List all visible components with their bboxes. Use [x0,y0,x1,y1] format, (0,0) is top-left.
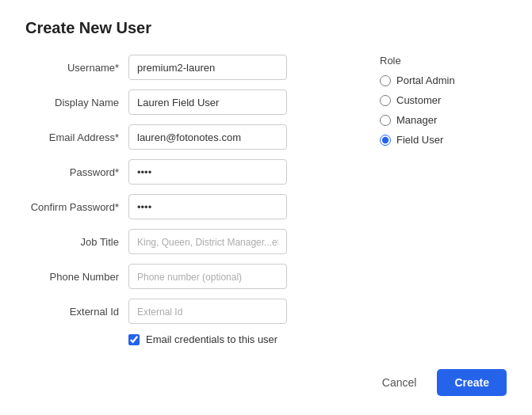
email-row: Email Address* [25,124,348,150]
phone-label: Phone Number [25,271,128,283]
password-label: Password* [25,166,128,178]
cancel-button[interactable]: Cancel [371,370,428,395]
role-option-customer-label: Customer [396,94,441,106]
footer: Cancel Create [371,369,507,396]
confirm-password-label: Confirm Password* [25,201,128,213]
job-title-label: Job Title [25,236,128,248]
external-id-label: External Id [25,306,128,318]
external-id-input[interactable] [128,299,287,324]
role-radio-customer[interactable] [380,95,391,106]
job-title-input[interactable] [128,229,287,254]
email-label: Email Address* [25,131,128,143]
form-body: Username* Display Name Email Address* Pa… [25,55,507,345]
role-radio-field-user[interactable] [380,135,391,146]
confirm-password-row: Confirm Password* [25,194,348,219]
confirm-password-input[interactable] [128,194,287,219]
role-label: Role [380,55,507,67]
role-option-manager-label: Manager [396,114,437,126]
email-credentials-label[interactable]: Email credentials to this user [146,333,277,345]
role-option-field-user[interactable]: Field User [380,134,507,146]
create-button[interactable]: Create [437,369,507,396]
role-option-customer[interactable]: Customer [380,94,507,106]
role-section: Role Portal Admin Customer Manager Field… [380,55,507,345]
phone-row: Phone Number [25,264,348,289]
phone-input[interactable] [128,264,287,289]
role-option-manager[interactable]: Manager [380,114,507,126]
dialog-title: Create New User [25,19,507,37]
display-name-row: Display Name [25,89,348,115]
job-title-row: Job Title [25,229,348,254]
email-input[interactable] [128,124,287,150]
external-id-row: External Id [25,299,348,324]
role-option-portal-admin[interactable]: Portal Admin [380,74,507,86]
create-user-dialog: Create New User Username* Display Name E… [0,0,532,415]
username-row: Username* [25,55,348,80]
role-radio-manager[interactable] [380,115,391,126]
display-name-input[interactable] [128,89,287,115]
email-credentials-checkbox[interactable] [128,334,140,345]
username-input[interactable] [128,55,287,80]
username-label: Username* [25,62,128,74]
email-credentials-row: Email credentials to this user [128,333,348,345]
form-fields: Username* Display Name Email Address* Pa… [25,55,348,345]
password-input[interactable] [128,159,287,185]
password-row: Password* [25,159,348,185]
role-option-field-user-label: Field User [396,134,443,146]
display-name-label: Display Name [25,97,128,109]
role-option-portal-admin-label: Portal Admin [396,74,455,86]
role-radio-portal-admin[interactable] [380,75,391,86]
